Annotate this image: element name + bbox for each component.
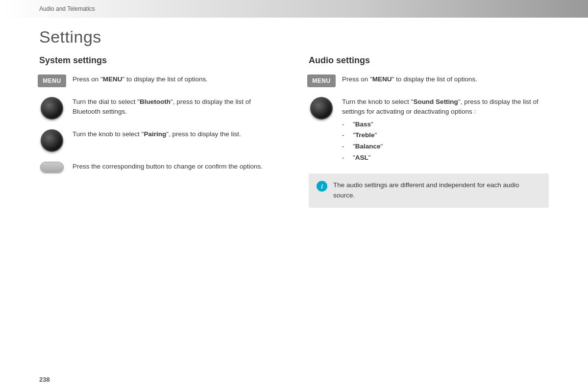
top-bar: Audio and Telematics [0, 0, 588, 18]
dial-icon-bluetooth [41, 97, 63, 120]
system-row-1: MENU Press on "MENU" to display the list… [39, 74, 279, 87]
system-row-4: Press the corresponding button to change… [39, 162, 279, 172]
audio-settings-title: Audio settings [309, 55, 549, 66]
menu-button-icon-audio: MENU [307, 74, 335, 87]
top-bar-label: Audio and Telematics [39, 5, 95, 12]
audio-settings-column: Audio settings MENU Press on "MENU" to d… [309, 55, 549, 208]
menu-icon-box-system: MENU [39, 74, 65, 87]
info-icon: i [317, 181, 327, 192]
page-content: Settings System settings MENU Press on "… [0, 18, 588, 227]
button-pill-box [39, 162, 65, 172]
asl-option: "ASL" [342, 152, 549, 164]
info-box-text: The audio settings are different and ind… [333, 180, 541, 201]
dial-icon-pairing [41, 129, 63, 152]
page-number: 238 [39, 376, 50, 383]
system-settings-column: System settings MENU Press on "MENU" to … [39, 55, 279, 208]
dial-icon-sound [310, 97, 333, 120]
balance-option: "Balance" [342, 141, 549, 152]
dial-icon-box-bluetooth [39, 97, 65, 120]
system-row-3: Turn the knob to select "Pairing", press… [39, 129, 279, 152]
system-instruction-2: Turn the dial to select "Bluetooth", pre… [73, 97, 279, 117]
audio-instruction-1: Press on "MENU" to display the list of o… [342, 74, 549, 84]
dial-icon-box-pairing [39, 129, 65, 152]
system-instruction-4: Press the corresponding button to change… [73, 162, 279, 172]
two-column-layout: System settings MENU Press on "MENU" to … [39, 55, 549, 208]
system-row-2: Turn the dial to select "Bluetooth", pre… [39, 97, 279, 120]
menu-icon-box-audio: MENU [309, 74, 334, 87]
audio-instruction-2: Turn the knob to select "Sound Setting",… [342, 97, 549, 164]
audio-row-2: Turn the knob to select "Sound Setting",… [309, 97, 549, 164]
info-box: i The audio settings are different and i… [309, 173, 549, 208]
system-instruction-3: Turn the knob to select "Pairing", press… [73, 129, 279, 139]
bass-option: "Bass" [342, 119, 549, 130]
audio-row-1: MENU Press on "MENU" to display the list… [309, 74, 549, 87]
system-settings-title: System settings [39, 55, 279, 66]
menu-button-icon-system: MENU [38, 74, 66, 87]
system-instruction-1: Press on "MENU" to display the list of o… [73, 74, 279, 84]
dial-icon-box-sound [309, 97, 334, 120]
sound-options-list: "Bass" "Treble" "Balance" "ASL" [342, 119, 549, 164]
page-title: Settings [39, 27, 549, 47]
treble-option: "Treble" [342, 130, 549, 141]
button-pill-icon [40, 162, 64, 172]
